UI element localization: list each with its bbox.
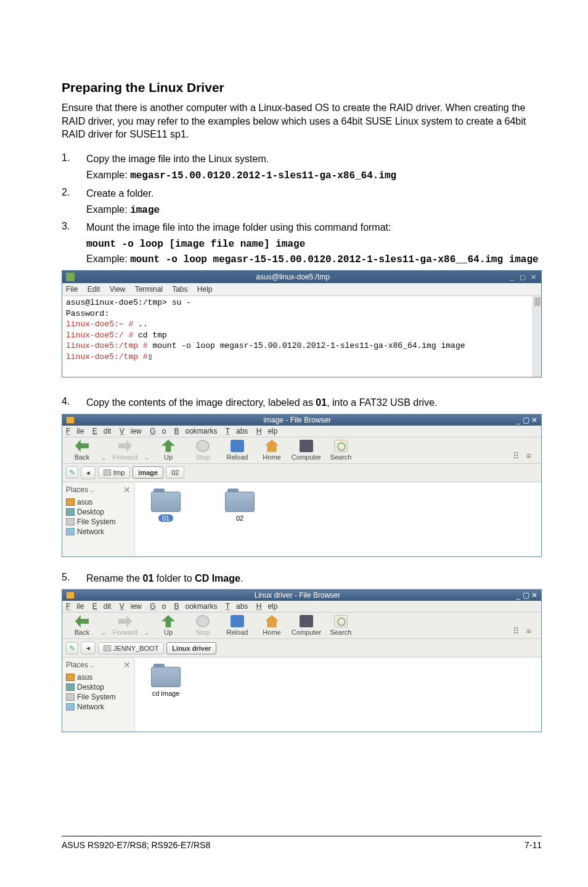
menu-tabs[interactable]: Tabs [226,427,248,435]
fb2-pathbar: ✎ ◂ JENNY_BOOT Linux driver [62,639,541,658]
home-button[interactable]: Home [257,440,287,461]
stop-button: Stop [188,615,218,636]
computer-button[interactable]: Computer [292,615,321,636]
path-segment-linuxdriver[interactable]: Linux driver [166,642,216,654]
menu-tabs[interactable]: Tabs [226,602,248,611]
sidebar-close-icon[interactable]: ✕ [123,485,131,495]
path-segment-jenny[interactable]: JENNY_BOOT [98,642,164,654]
forward-menu-chevron-icon: ⌵ [145,454,149,461]
maximize-icon[interactable]: ▢ [523,416,529,424]
footer-left: ASUS RS920-E7/RS8; RS926-E7/RS8 [62,840,210,850]
places-header[interactable]: Places ⌵ [66,485,94,494]
file-browser-2: Linux driver - File Browser _ ▢ ✕ File E… [62,589,542,732]
path-edit-toggle[interactable]: ✎ [66,642,78,654]
fb2-content[interactable]: cd image [135,658,541,732]
window-controls: _ ▢ ✕ [507,272,537,282]
menu-view[interactable]: View [120,602,142,611]
sidebar-item-network[interactable]: Network [66,702,131,712]
up-button[interactable]: Up [153,615,183,636]
computer-button[interactable]: Computer [292,440,321,461]
file-browser-1: image - File Browser _ ▢ ✕ File Edit Vie… [62,414,542,557]
menu-edit[interactable]: Edit [88,285,100,294]
back-button[interactable]: Back [67,615,97,636]
menu-edit[interactable]: Edit [92,427,112,435]
path-segment-back[interactable]: ◂ [81,466,96,479]
folder-icon [225,489,255,512]
places-header[interactable]: Places ⌵ [66,661,94,669]
minimize-icon[interactable]: _ [517,416,521,424]
sidebar-item-filesystem[interactable]: File System [66,517,131,527]
terminal-scrollbar[interactable] [533,296,541,377]
sidebar-item-desktop[interactable]: Desktop [66,507,131,517]
back-button[interactable]: Back [67,440,97,461]
step-3-example-label: Example: [86,254,130,264]
menu-bookmarks[interactable]: Bookmarks [174,427,218,435]
folder-01[interactable]: 01 [147,489,184,550]
menu-view[interactable]: View [110,285,126,294]
sidebar-item-desktop[interactable]: Desktop [66,682,131,692]
close-icon[interactable]: ✕ [531,591,537,600]
fb1-content[interactable]: 01 02 [135,482,541,556]
menu-go[interactable]: Go [150,427,166,435]
sidebar-close-icon[interactable]: ✕ [123,660,131,670]
folder-cdimage[interactable]: cd image [147,664,184,725]
back-menu-chevron-icon[interactable]: ⌵ [102,454,105,461]
menu-file[interactable]: File [66,285,78,294]
intro-paragraph: Ensure that there is another computer wi… [62,101,542,141]
menu-file[interactable]: File [66,602,84,611]
sidebar-item-network[interactable]: Network [66,527,131,537]
step-1-text: Copy the image file into the Linux syste… [86,152,542,166]
view-mode-buttons[interactable]: ⠿≡ [513,451,533,461]
menu-terminal[interactable]: Terminal [135,285,163,294]
step-3-command: mount -o loop [image file name] image [86,239,542,250]
folder-icon [151,664,181,687]
step-2-number: 2. [62,187,86,218]
path-edit-toggle[interactable]: ✎ [66,466,78,479]
fb1-menubar: File Edit View Go Bookmarks Tabs Help [62,426,541,437]
menu-tabs[interactable]: Tabs [172,285,187,294]
minimize-icon[interactable]: _ [517,591,521,600]
step-2-example-code: image [130,205,160,216]
step-2-example-label: Example: [86,204,130,215]
close-icon[interactable]: ✕ [529,273,537,282]
step-1-example-label: Example: [86,170,130,180]
sidebar-item-asus[interactable]: asus [66,672,131,682]
reload-button[interactable]: Reload [223,440,252,461]
folder-icon [66,592,75,599]
terminal-body[interactable]: asus@linux-doe5:/tmp> su - Password: lin… [62,296,541,377]
path-segment-tmp[interactable]: tmp [98,466,130,479]
home-button[interactable]: Home [257,615,287,636]
menu-view[interactable]: View [120,427,142,435]
menu-help[interactable]: Help [197,285,213,294]
maximize-icon[interactable]: ▢ [518,273,527,282]
menu-bookmarks[interactable]: Bookmarks [174,602,218,611]
view-mode-buttons[interactable]: ⠿≡ [513,626,533,636]
search-button[interactable]: Search [326,440,356,461]
back-menu-chevron-icon[interactable]: ⌵ [102,629,105,636]
sidebar-item-asus[interactable]: asus [66,497,131,507]
menu-edit[interactable]: Edit [92,602,112,611]
folder-02[interactable]: 02 [221,489,258,550]
folder-01-label: 01 [158,514,173,522]
fb2-toolbar: Back ⌵ Forward ⌵ Up Stop Reload Home Com… [62,613,541,639]
step-2-text: Create a folder. [86,187,542,200]
fb1-titlebar: image - File Browser _ ▢ ✕ [62,415,541,426]
up-button[interactable]: Up [153,440,183,461]
menu-help[interactable]: Help [256,602,278,611]
close-icon[interactable]: ✕ [531,416,537,424]
fb2-window-controls: _ ▢ ✕ [517,591,537,600]
path-segment-back[interactable]: ◂ [81,642,96,654]
menu-file[interactable]: File [66,427,84,435]
maximize-icon[interactable]: ▢ [523,591,529,600]
terminal-icon [66,273,75,281]
term-line-4b: cd tmp [133,331,167,340]
search-button[interactable]: Search [326,615,356,636]
path-segment-image[interactable]: image [133,466,163,479]
menu-go[interactable]: Go [150,602,166,611]
forward-button: Forward [110,615,140,636]
reload-button[interactable]: Reload [223,615,252,636]
path-segment-02[interactable]: 02 [166,466,184,479]
sidebar-item-filesystem[interactable]: File System [66,692,131,702]
menu-help[interactable]: Help [256,427,278,435]
minimize-icon[interactable]: _ [507,273,516,282]
